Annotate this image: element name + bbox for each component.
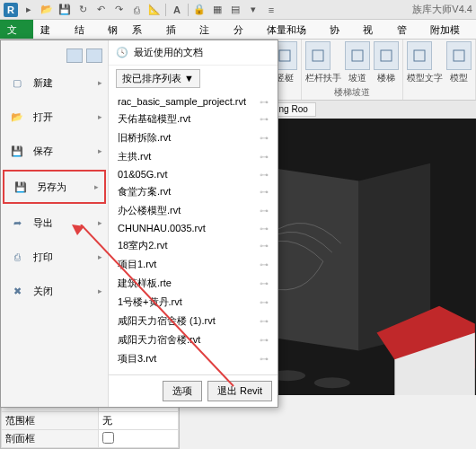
pin-icon[interactable]: ⊶ bbox=[260, 241, 269, 251]
prop-value[interactable]: 无 bbox=[99, 412, 179, 430]
export-icon: ➦ bbox=[8, 214, 26, 232]
chevron-right-icon: ▸ bbox=[98, 78, 102, 87]
file-menu-export[interactable]: ➦导出▸ bbox=[1, 206, 108, 240]
recent-file-name: 旧桥拆除.rvt bbox=[118, 131, 171, 145]
recent-sort: 按已排序列表 ▼ bbox=[109, 66, 278, 92]
pin-icon[interactable]: ⊶ bbox=[260, 133, 269, 143]
ribbon-tab-11[interactable]: 管理 bbox=[390, 20, 423, 39]
recent-file-row[interactable]: CHUNHAU.0035.rvt⊶ bbox=[109, 220, 278, 236]
save-icon: 💾 bbox=[8, 142, 26, 160]
recent-doc-icon: 🕓 bbox=[116, 47, 128, 59]
file-menu-save[interactable]: 💾保存▸ bbox=[1, 134, 108, 168]
ribbon-btn-1-1[interactable] bbox=[345, 41, 370, 70]
print-icon: ⎙ bbox=[8, 248, 26, 266]
recent-file-row[interactable]: 01&05G.rvt⊶ bbox=[109, 166, 278, 182]
qat-grid-icon[interactable]: ▤ bbox=[228, 3, 242, 17]
pin-icon[interactable]: ⊶ bbox=[260, 170, 269, 180]
ribbon-panel-2: 模型文字模型 bbox=[403, 40, 476, 100]
recent-file-row[interactable]: 咸阳天力宿舍楼 (1).rvt⊶ bbox=[109, 312, 278, 330]
ribbon-tab-2[interactable]: 结构 bbox=[67, 20, 101, 39]
fm-tool-2[interactable] bbox=[86, 48, 102, 63]
recent-file-row[interactable]: 18室内2.rvt⊶ bbox=[109, 236, 278, 255]
recent-file-name: 咸阳天力宿舍楼.rvt bbox=[118, 333, 200, 347]
exit-button[interactable]: 退出 Revit bbox=[207, 381, 272, 401]
ribbon-tab-5[interactable]: 插入 bbox=[159, 20, 192, 39]
pin-icon[interactable]: ⊶ bbox=[260, 260, 269, 269]
recent-file-row[interactable]: 咸阳天力宿舍楼.rvt⊶ bbox=[109, 330, 278, 349]
qat-save-icon[interactable]: 💾 bbox=[57, 3, 72, 17]
recent-file-name: rac_basic_sample_project.rvt bbox=[118, 96, 246, 107]
pin-icon[interactable]: ⊶ bbox=[260, 97, 269, 107]
recent-file-row[interactable]: 旧桥拆除.rvt⊶ bbox=[109, 128, 278, 147]
file-menu-saveas[interactable]: 💾另存为▸ bbox=[3, 170, 106, 204]
recent-file-row[interactable]: 办公楼模型.rvt⊶ bbox=[109, 201, 278, 220]
prop-checkbox[interactable] bbox=[102, 432, 114, 444]
file-menu-new[interactable]: ▢新建▸ bbox=[1, 66, 108, 100]
fm-item-label: 另存为 bbox=[37, 180, 66, 194]
recent-file-name: 01&05G.rvt bbox=[118, 169, 168, 180]
file-menu-print[interactable]: ⎙打印▸ bbox=[1, 240, 108, 274]
ribbon-tab-0[interactable]: 文件 bbox=[0, 20, 33, 39]
ribbon-btn-2-0[interactable] bbox=[407, 41, 432, 70]
pin-icon[interactable]: ⊶ bbox=[260, 206, 269, 216]
qat-open-icon[interactable]: ▸ bbox=[22, 3, 36, 17]
ribbon-tab-3[interactable]: 钢 bbox=[101, 20, 125, 39]
pin-icon[interactable]: ⊶ bbox=[260, 297, 269, 307]
ribbon-btn-label: 栏杆扶手 bbox=[305, 72, 341, 84]
pin-icon[interactable]: ⊶ bbox=[260, 354, 269, 364]
title-suffix: 族库大师V4.4 bbox=[412, 3, 472, 16]
recent-file-row[interactable]: 建筑样板.rte⊶ bbox=[109, 274, 278, 293]
ribbon-tab-6[interactable]: 注释 bbox=[192, 20, 225, 39]
sort-dropdown[interactable]: 按已排序列表 ▼ bbox=[116, 69, 200, 88]
pin-icon[interactable]: ⊶ bbox=[260, 152, 269, 162]
ribbon-tab-8[interactable]: 体量和场地 bbox=[260, 20, 322, 39]
ribbon-tab-7[interactable]: 分析 bbox=[226, 20, 260, 39]
pin-icon[interactable]: ⊶ bbox=[260, 278, 269, 288]
prop-value[interactable] bbox=[99, 430, 179, 448]
ribbon-btn-1-0[interactable] bbox=[305, 41, 331, 70]
ribbon-btn-1-2[interactable] bbox=[374, 41, 399, 70]
pin-icon[interactable]: ⊶ bbox=[260, 224, 269, 233]
recent-file-row[interactable]: 天佑基础模型.rvt⊶ bbox=[109, 110, 278, 128]
ribbon-tab-9[interactable]: 协作 bbox=[322, 20, 356, 39]
ribbon-btn-2-1[interactable] bbox=[446, 41, 472, 70]
qat-sync-icon[interactable]: ↻ bbox=[75, 3, 90, 17]
qat-down-icon[interactable]: ▾ bbox=[246, 3, 260, 17]
ribbon-tab-12[interactable]: 附加模块 bbox=[423, 20, 476, 39]
chevron-right-icon: ▸ bbox=[98, 286, 102, 295]
recent-file-name: CHUNHAU.0035.rvt bbox=[118, 223, 206, 233]
pin-icon[interactable]: ⊶ bbox=[260, 335, 269, 345]
recent-file-row[interactable]: 食堂方案.rvt⊶ bbox=[109, 182, 278, 201]
recent-file-row[interactable]: 主拱.rvt⊶ bbox=[109, 147, 278, 166]
pin-icon[interactable]: ⊶ bbox=[260, 187, 269, 197]
svg-rect-5 bbox=[414, 50, 425, 61]
svg-rect-2 bbox=[313, 50, 323, 61]
recent-file-row[interactable]: 项目3.rvt⊶ bbox=[109, 349, 278, 368]
chevron-right-icon: ▸ bbox=[98, 112, 102, 121]
qat-align-icon[interactable]: ≡ bbox=[264, 3, 278, 17]
ribbon-tab-4[interactable]: 系统 bbox=[125, 20, 158, 39]
qat-undo-icon[interactable]: ↶ bbox=[93, 3, 108, 17]
qat-lock-icon[interactable]: 🔒 bbox=[192, 3, 207, 17]
qat-print-icon[interactable]: ⎙ bbox=[129, 3, 144, 17]
qat-redo-icon[interactable]: ↷ bbox=[111, 3, 126, 17]
ribbon-tab-10[interactable]: 视图 bbox=[356, 20, 389, 39]
qat-text-icon[interactable]: A bbox=[170, 3, 184, 17]
options-button[interactable]: 选项 bbox=[163, 381, 202, 401]
recent-file-row[interactable]: 项目1.rvt⊶ bbox=[109, 255, 278, 274]
fm-tool-1[interactable] bbox=[66, 48, 83, 63]
recent-file-row[interactable]: rac_basic_sample_project.rvt⊶ bbox=[109, 93, 278, 110]
pin-icon[interactable]: ⊶ bbox=[260, 114, 269, 124]
ribbon-tab-1[interactable]: 建筑 bbox=[33, 20, 66, 39]
svg-rect-1 bbox=[279, 50, 290, 61]
recent-file-row[interactable]: 1号楼+黄丹.rvt⊶ bbox=[109, 293, 278, 312]
qat-open2-icon[interactable]: 📂 bbox=[40, 3, 54, 17]
file-menu-open[interactable]: 📂打开▸ bbox=[1, 100, 108, 134]
file-menu-recent-panel: 🕓 最近使用的文档 按已排序列表 ▼ rac_basic_sample_proj… bbox=[109, 40, 278, 407]
quick-access-toolbar: R ▸ 📂 💾 ↻ ↶ ↷ ⎙ 📐 A 🔒 ▦ ▤ ▾ ≡ 族库大师V4.4 bbox=[0, 0, 476, 20]
recent-title: 最近使用的文档 bbox=[134, 46, 203, 59]
qat-measure-icon[interactable]: 📐 bbox=[147, 3, 162, 17]
file-menu-close[interactable]: ✖关闭▸ bbox=[1, 274, 108, 308]
pin-icon[interactable]: ⊶ bbox=[260, 316, 269, 326]
qat-view-icon[interactable]: ▦ bbox=[210, 3, 225, 17]
